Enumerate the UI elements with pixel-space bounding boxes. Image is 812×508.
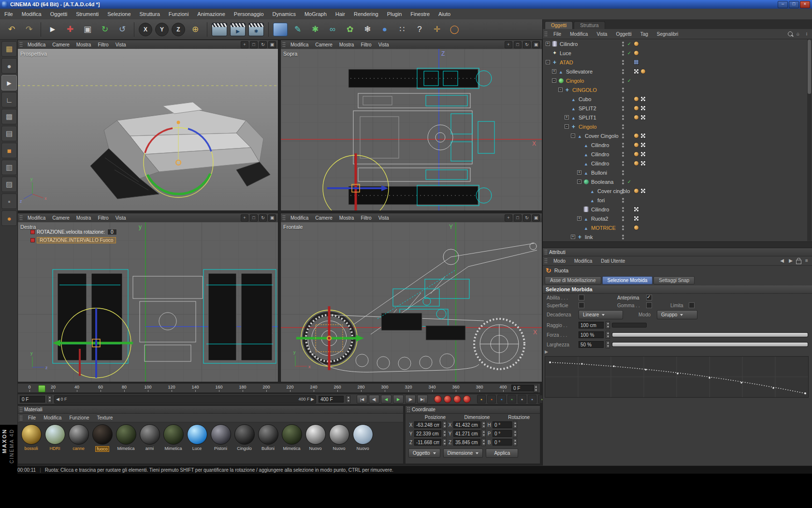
- ph-tag-icon[interactable]: [634, 50, 639, 56]
- menu-item-struttura[interactable]: Struttura: [135, 11, 164, 17]
- globe-icon[interactable]: ◯: [446, 21, 463, 38]
- record-scale-button[interactable]: [453, 395, 461, 403]
- applica-button[interactable]: Applica: [486, 448, 518, 458]
- menu-item-tag[interactable]: Tag: [636, 31, 652, 37]
- tex-tag-icon[interactable]: [640, 161, 646, 166]
- autokey-icon[interactable]: ▪: [487, 395, 496, 403]
- grip-icon[interactable]: [407, 407, 410, 413]
- grip-icon[interactable]: [19, 42, 23, 47]
- object-tree-item[interactable]: +Cubo: [543, 94, 812, 104]
- visibility-dots-icon[interactable]: [621, 142, 625, 148]
- history-forward-icon[interactable]: ▶: [787, 257, 794, 264]
- expander-icon[interactable]: -: [558, 88, 563, 92]
- rotate-view-icon[interactable]: ↻: [259, 214, 267, 222]
- enabled-check-icon[interactable]: ✓: [626, 41, 632, 46]
- size-x-stepper[interactable]: [481, 421, 486, 429]
- position-z-stepper[interactable]: [442, 438, 447, 446]
- viewport-front[interactable]: ModificaCamereMostraFiltroVista + □ ↻ ▣: [280, 213, 542, 382]
- position-z-input[interactable]: [414, 439, 441, 446]
- menu-item-filtro[interactable]: Filtro: [94, 215, 112, 221]
- expander-icon[interactable]: -: [577, 179, 581, 184]
- pan-view-icon[interactable]: +: [241, 41, 248, 48]
- record-position-button[interactable]: [444, 395, 451, 403]
- menu-item-modifica[interactable]: Modifica: [24, 215, 49, 221]
- toggle-view-icon[interactable]: ▣: [268, 214, 276, 222]
- material-item[interactable]: Cingolo: [233, 424, 256, 453]
- menu-item-filtro[interactable]: Filtro: [94, 42, 112, 47]
- expander-icon[interactable]: -: [546, 60, 550, 64]
- tex-tag-icon[interactable]: [634, 69, 639, 74]
- pan-view-icon[interactable]: +: [241, 214, 248, 222]
- visibility-dots-icon[interactable]: [621, 105, 625, 111]
- ph-tag-icon[interactable]: [634, 188, 639, 194]
- visibility-dots-icon[interactable]: [621, 197, 625, 203]
- menu-item-modifica[interactable]: Modifica: [17, 11, 46, 17]
- undo-icon[interactable]: ↶: [3, 21, 20, 38]
- object-tree-item[interactable]: +Ruota2: [543, 214, 812, 223]
- menu-item-camere[interactable]: Camere: [49, 215, 73, 221]
- forza-stepper[interactable]: [606, 331, 610, 339]
- toggle-view-icon[interactable]: ▣: [532, 41, 540, 48]
- rotation-h-input[interactable]: [493, 421, 512, 428]
- menu-item-segnalibri[interactable]: Segnalibri: [652, 31, 682, 37]
- viewport-solo-icon[interactable]: ●: [1, 210, 17, 226]
- viewport-right[interactable]: ModificaCamereMostraFiltroVista + □ ↻ ▣: [17, 213, 278, 382]
- menu-item-file[interactable]: File: [24, 415, 40, 420]
- menu-item-mograph[interactable]: MoGraph: [300, 11, 331, 17]
- grip-icon[interactable]: [19, 215, 23, 221]
- size-y-input[interactable]: [453, 430, 480, 437]
- menu-item-filtro[interactable]: Filtro: [357, 215, 375, 221]
- material-item[interactable]: canne: [67, 424, 90, 453]
- live-selection-icon[interactable]: ►: [44, 21, 61, 38]
- points-mode-icon[interactable]: ▥: [1, 160, 17, 175]
- position-x-input[interactable]: [414, 421, 441, 428]
- expander-icon[interactable]: +: [552, 69, 556, 74]
- rotate-view-icon[interactable]: ↻: [259, 41, 267, 48]
- add-cube-primitive-icon[interactable]: [273, 23, 288, 36]
- material-item[interactable]: Mimetica: [162, 424, 185, 453]
- menu-item-modifica[interactable]: Modifica: [287, 42, 312, 47]
- menu-item-mostra[interactable]: Mostra: [73, 215, 95, 221]
- anteprima-checkbox[interactable]: [646, 295, 652, 300]
- menu-item-plugin[interactable]: Plugin: [383, 11, 406, 17]
- limita-checkbox[interactable]: [689, 302, 695, 308]
- viewport-canvas-right[interactable]: Z y: [18, 222, 278, 382]
- menu-item-modifica[interactable]: Modifica: [287, 215, 312, 221]
- edges-mode-icon[interactable]: ▨: [1, 177, 17, 192]
- menu-item-mostra[interactable]: Mostra: [73, 42, 95, 47]
- play-forward-button[interactable]: ▶: [393, 395, 404, 403]
- tex-tag-icon[interactable]: [640, 151, 646, 157]
- keyframe-selection-icon[interactable]: ▪: [477, 395, 486, 403]
- rotation-b-input[interactable]: [493, 439, 512, 446]
- material-item[interactable]: Luce: [186, 424, 208, 453]
- size-y-stepper[interactable]: [481, 430, 486, 437]
- toggle-view-icon[interactable]: ▣: [532, 214, 540, 222]
- spline-pen-icon[interactable]: ✎: [290, 21, 306, 38]
- minimize-button[interactable]: –: [778, 1, 788, 8]
- tex-tag-icon[interactable]: [634, 207, 639, 212]
- menu-item-camere[interactable]: Camere: [49, 42, 73, 47]
- material-item[interactable]: Nuovo: [351, 424, 374, 453]
- scroll-to-active-icon[interactable]: ↕: [803, 30, 810, 37]
- object-tree-item[interactable]: +Cilindro: [543, 140, 812, 149]
- workplane-mode-icon[interactable]: ∟: [1, 92, 17, 107]
- snap-settings-icon[interactable]: ▪: [508, 395, 516, 403]
- tex-tag-icon[interactable]: [640, 142, 646, 148]
- raggio-input[interactable]: [579, 322, 604, 329]
- rotate-icon[interactable]: ↻: [97, 21, 113, 38]
- object-tree-item[interactable]: -Cingolo✓: [543, 76, 812, 85]
- position-y-input[interactable]: [414, 430, 441, 437]
- grip-icon[interactable]: [544, 258, 548, 264]
- range-end-input[interactable]: [319, 396, 344, 403]
- visibility-dots-icon[interactable]: [621, 179, 625, 185]
- next-key-button[interactable]: |▶: [405, 395, 416, 403]
- toggle-view-icon[interactable]: ▣: [268, 41, 276, 48]
- visibility-dots-icon[interactable]: [621, 41, 625, 47]
- size-z-input[interactable]: [453, 439, 480, 446]
- coordinate-system-icon[interactable]: ⊕: [187, 21, 203, 38]
- object-tree-item[interactable]: -ATAD: [543, 58, 812, 67]
- forza-slider[interactable]: [612, 332, 808, 337]
- menu-item-selezione[interactable]: Selezione: [103, 11, 135, 17]
- tree-scrollbar[interactable]: [807, 39, 812, 241]
- rotation-p-stepper[interactable]: [513, 430, 517, 437]
